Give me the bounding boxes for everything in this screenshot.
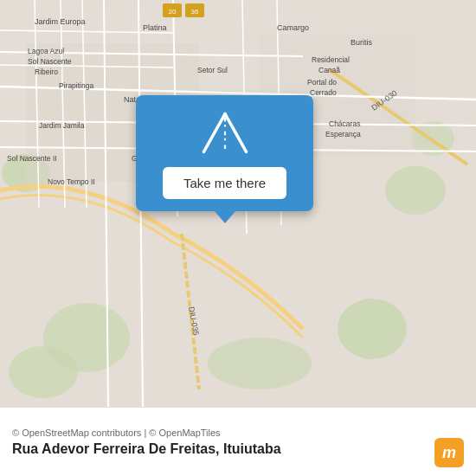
svg-line-52 (225, 114, 247, 152)
location-title: Rua Adevor Ferreira De Freitas, Ituiutab… (12, 441, 464, 457)
svg-text:Residencial: Residencial (312, 55, 350, 64)
svg-text:Lagoa Azul: Lagoa Azul (28, 47, 64, 55)
svg-point-6 (208, 338, 312, 389)
svg-text:36: 36 (191, 8, 199, 16)
map-attribution: © OpenStreetMap contributors | © OpenMap… (12, 428, 464, 438)
svg-text:Jardim Jamila: Jardim Jamila (39, 121, 85, 130)
svg-text:Setor Sul: Setor Sul (197, 66, 228, 74)
moovit-letter: m (442, 444, 456, 462)
svg-text:Novo Tempo II: Novo Tempo II (48, 177, 95, 186)
navigation-popup: Take me there (136, 95, 313, 211)
svg-text:Jardim Europa: Jardim Europa (35, 17, 86, 26)
svg-text:Canaã: Canaã (318, 66, 340, 74)
svg-line-51 (203, 114, 225, 152)
map-view[interactable]: Jardim Europa Platina Camargo Buritis La… (0, 0, 476, 407)
svg-point-2 (385, 166, 446, 215)
svg-text:Sol Nascente: Sol Nascente (28, 57, 72, 66)
svg-text:Platina: Platina (143, 23, 167, 32)
svg-text:Buritis: Buritis (351, 38, 373, 47)
svg-point-7 (9, 346, 78, 398)
svg-point-4 (338, 299, 407, 359)
take-me-there-button[interactable]: Take me there (163, 167, 286, 199)
road-icon (195, 109, 255, 157)
bottom-info-bar: © OpenStreetMap contributors | © OpenMap… (0, 407, 476, 476)
svg-text:Chácaras: Chácaras (329, 119, 360, 128)
svg-text:Sol Nascente II: Sol Nascente II (7, 154, 57, 163)
svg-text:Esperança: Esperança (325, 130, 361, 138)
moovit-logo: m (434, 438, 464, 467)
svg-text:Pirapitinga: Pirapitinga (59, 81, 93, 90)
svg-text:20: 20 (169, 8, 177, 16)
svg-text:Portal do: Portal do (307, 78, 337, 87)
svg-text:Cerrado: Cerrado (310, 88, 337, 97)
svg-text:Ribeiro: Ribeiro (35, 68, 58, 76)
svg-text:Camargo: Camargo (277, 23, 309, 32)
moovit-icon: m (434, 438, 464, 467)
